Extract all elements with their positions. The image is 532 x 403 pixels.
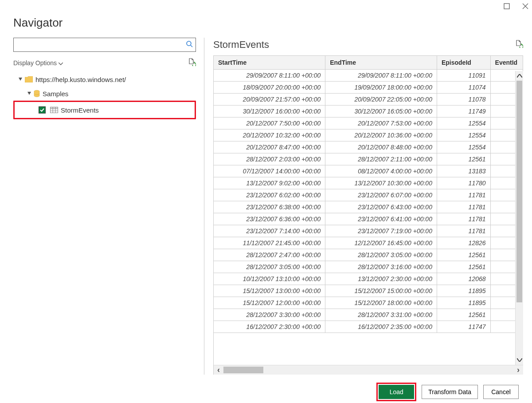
table-row[interactable]: 28/12/2007 3:30:00 +00:0028/12/2007 3:31… [214,309,523,321]
table-row[interactable]: 15/12/2007 12:00:00 +00:0015/12/2007 18:… [214,297,523,309]
table-row[interactable]: 15/12/2007 13:00:00 +00:0015/12/2007 15:… [214,285,523,297]
table-cell: 07/12/2007 14:00:00 +00:00 [214,165,325,177]
table-cell: 15/12/2007 15:00:00 +00:00 [325,285,437,297]
table-cell: 12554 [437,117,490,129]
table-cell: 28/12/2007 2:47:00 +00:00 [214,249,325,261]
table-row[interactable]: 28/12/2007 2:47:00 +00:0028/12/2007 3:05… [214,249,523,261]
tree-database[interactable]: Samples [13,86,196,101]
load-button[interactable]: Load [379,385,414,399]
column-header[interactable]: EndTime [325,56,437,70]
window-title: Navigator [0,12,532,38]
svg-rect-0 [504,4,509,9]
table-icon [50,107,58,113]
search-icon[interactable] [186,40,193,49]
scroll-track[interactable] [516,81,523,355]
table-cell: 11078 [437,94,490,106]
display-options-dropdown[interactable]: Display Options [13,59,63,67]
search-input[interactable] [16,41,186,49]
table-cell: 11781 [437,189,490,201]
table-cell: 20/09/2007 22:05:00 +00:00 [325,94,437,106]
table-cell: 23/12/2007 6:41:00 +00:00 [325,213,437,225]
table-cell: 28/12/2007 3:30:00 +00:00 [214,309,325,321]
table-cell: 11747 [437,321,490,333]
table-cell: 16/12/2007 2:30:00 +00:00 [214,321,325,333]
svg-point-1 [187,41,191,46]
refresh-icon[interactable] [188,58,196,68]
table-row[interactable]: 07/12/2007 14:00:00 +00:0008/12/2007 4:0… [214,165,523,177]
column-header[interactable]: StartTime [214,56,325,70]
scroll-left-icon[interactable]: ‹ [214,365,223,375]
table-row[interactable]: 11/12/2007 21:45:00 +00:0012/12/2007 16:… [214,237,523,249]
scroll-right-icon[interactable]: › [513,365,523,375]
footer: Load Transform Data Cancel [0,375,532,401]
table-cell: 12561 [437,249,490,261]
table-row[interactable]: 13/12/2007 9:02:00 +00:0013/12/2007 10:3… [214,177,523,189]
table-cell: 12068 [437,273,490,285]
refresh-preview-icon[interactable] [515,40,523,50]
table-cell: 13183 [437,165,490,177]
horizontal-scrollbar[interactable]: ‹ › [214,365,523,375]
table-row[interactable]: 20/09/2007 21:57:00 +00:0020/09/2007 22:… [214,94,523,106]
table-row[interactable]: 29/09/2007 8:11:00 +00:0029/09/2007 8:11… [214,70,523,82]
table-row[interactable]: 23/12/2007 6:02:00 +00:0023/12/2007 6:07… [214,189,523,201]
table-cell: 28/12/2007 3:05:00 +00:00 [214,261,325,273]
svg-rect-9 [51,107,58,109]
scroll-track[interactable] [223,365,513,375]
column-header[interactable]: EventId [490,56,523,70]
table-row[interactable]: 23/12/2007 6:36:00 +00:0023/12/2007 6:41… [214,213,523,225]
table-cell: 12561 [437,309,490,321]
table-row[interactable]: 28/12/2007 3:05:00 +00:0028/12/2007 3:16… [214,261,523,273]
table-cell: 11749 [437,106,490,117]
preview-table: StartTimeEndTimeEpisodeIdEventId 29/09/2… [213,55,523,375]
database-icon [34,90,40,97]
table-row[interactable]: 28/12/2007 2:03:00 +00:0028/12/2007 2:11… [214,153,523,165]
table-cell: 11895 [437,285,490,297]
scroll-up-icon[interactable] [516,71,523,81]
checkbox-checked[interactable] [39,106,46,113]
preview-title: StormEvents [213,39,269,51]
table-cell: 23/12/2007 6:36:00 +00:00 [214,213,325,225]
search-box[interactable] [13,38,196,52]
close-icon[interactable] [522,3,528,9]
table-cell: 12/12/2007 16:45:00 +00:00 [325,237,437,249]
scroll-down-icon[interactable] [516,355,523,365]
column-header[interactable]: EpisodeId [437,56,490,70]
table-row[interactable]: 30/12/2007 16:00:00 +00:0030/12/2007 16:… [214,106,523,117]
table-cell: 28/12/2007 2:11:00 +00:00 [325,153,437,165]
table-cell: 28/12/2007 3:05:00 +00:00 [325,249,437,261]
table-cell: 28/12/2007 3:16:00 +00:00 [325,261,437,273]
table-cell: 12826 [437,237,490,249]
table-row[interactable]: 10/12/2007 13:10:00 +00:0013/12/2007 2:3… [214,273,523,285]
table-cell: 11895 [437,297,490,309]
vertical-scrollbar[interactable] [515,71,523,365]
table-cell: 18/09/2007 20:00:00 +00:00 [214,82,325,94]
table-cell: 29/09/2007 8:11:00 +00:00 [325,70,437,82]
table-row[interactable]: 20/12/2007 7:50:00 +00:0020/12/2007 7:53… [214,117,523,129]
table-cell: 20/12/2007 8:48:00 +00:00 [325,141,437,153]
table-row[interactable]: 16/12/2007 2:30:00 +00:0016/12/2007 2:35… [214,321,523,333]
tree-table-stormevents[interactable]: StormEvents [16,103,193,117]
table-cell: 23/12/2007 7:19:00 +00:00 [325,225,437,237]
table-row[interactable]: 23/12/2007 7:14:00 +00:0023/12/2007 7:19… [214,225,523,237]
transform-data-button[interactable]: Transform Data [422,385,478,399]
table-cell: 20/12/2007 10:36:00 +00:00 [325,129,437,141]
table-cell: 15/12/2007 13:00:00 +00:00 [214,285,325,297]
folder-icon [25,76,33,82]
scroll-thumb[interactable] [516,81,522,302]
scroll-thumb[interactable] [223,367,263,373]
table-cell: 20/12/2007 7:53:00 +00:00 [325,117,437,129]
collapse-icon[interactable] [18,78,23,81]
cancel-button[interactable]: Cancel [483,385,519,399]
table-cell: 08/12/2007 4:00:00 +00:00 [325,165,437,177]
tree-root[interactable]: https://help.kusto.windows.net/ [13,72,196,86]
table-cell: 11780 [437,177,490,189]
collapse-icon[interactable] [27,92,32,95]
table-row[interactable]: 23/12/2007 6:38:00 +00:0023/12/2007 6:43… [214,201,523,213]
table-cell: 23/12/2007 7:14:00 +00:00 [214,225,325,237]
table-row[interactable]: 20/12/2007 8:47:00 +00:0020/12/2007 8:48… [214,141,523,153]
maximize-icon[interactable] [504,3,510,9]
table-row[interactable]: 20/12/2007 10:32:00 +00:0020/12/2007 10:… [214,129,523,141]
tree-root-label: https://help.kusto.windows.net/ [35,76,126,83]
table-row[interactable]: 18/09/2007 20:00:00 +00:0019/09/2007 18:… [214,82,523,94]
left-pane: Display Options [0,38,204,375]
